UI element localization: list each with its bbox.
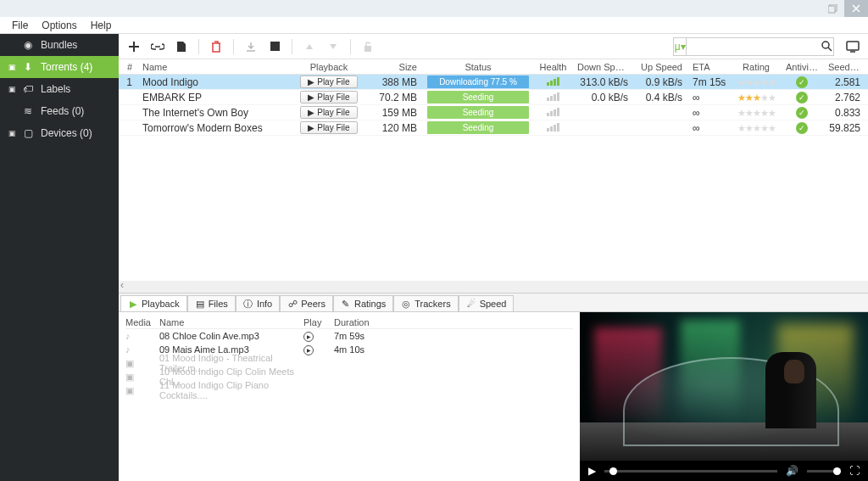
sidebar-item-labels[interactable]: ▣ 🏷 Labels: [0, 78, 119, 100]
separator: [292, 39, 292, 54]
col-num[interactable]: #: [119, 62, 137, 72]
video-icon: ▣: [125, 358, 134, 368]
info-icon: ⓘ: [243, 299, 253, 309]
search-box: μ▾: [673, 37, 834, 56]
device-icon: ▢: [22, 127, 34, 139]
tag-icon: 🏷: [22, 83, 34, 95]
fcol-dur[interactable]: Duration: [334, 317, 393, 327]
create-torrent-button[interactable]: [171, 37, 192, 56]
music-icon: ♪: [125, 331, 131, 341]
toolbar: μ▾: [119, 34, 868, 59]
col-av[interactable]: Antivirus: [781, 62, 823, 72]
list-item[interactable]: ♪08 Chloe Colin Ave.mp3▶7m 59s: [125, 329, 573, 343]
col-name[interactable]: Name: [137, 62, 295, 72]
list-item[interactable]: ▣11 Mood Indigo Clip Piano Cocktails....: [125, 383, 573, 397]
trackers-icon: ◎: [401, 299, 411, 309]
fcol-play[interactable]: Play: [303, 317, 334, 327]
separator: [198, 39, 199, 54]
file-header: Media Name Play Duration: [125, 316, 573, 329]
sidebar-item-devices[interactable]: ▣ ▢ Devices (0): [0, 122, 119, 144]
add-torrent-button[interactable]: [124, 37, 144, 56]
tab-ratings[interactable]: ✎Ratings: [333, 295, 393, 311]
files-icon: ▤: [195, 299, 205, 309]
col-eta[interactable]: ETA: [687, 62, 732, 72]
expand-icon[interactable]: ▣: [8, 85, 15, 93]
col-health[interactable]: Health: [534, 62, 572, 72]
move-down-button[interactable]: [323, 37, 343, 56]
search-input[interactable]: [687, 41, 821, 53]
unlock-button[interactable]: [358, 37, 378, 56]
detail-tabs: ▶Playback ▤Files ⓘInfo ☍Peers ✎Ratings ◎…: [119, 293, 868, 311]
svg-point-4: [822, 42, 829, 48]
fcol-name[interactable]: Name: [159, 317, 303, 327]
play-file-button[interactable]: ▶ Play File: [300, 121, 357, 134]
remove-button[interactable]: [206, 37, 226, 56]
sidebar-item-feeds[interactable]: ≋ Feeds (0): [0, 100, 119, 122]
fullscreen-button[interactable]: ⛶: [849, 465, 860, 477]
svg-rect-3: [364, 46, 371, 52]
tab-speed[interactable]: ☄Speed: [459, 295, 515, 311]
sidebar: ◉ Bundles ▣ ⬇ Torrents (4) ▣ 🏷 Labels ≋ …: [0, 34, 119, 481]
col-seeds[interactable]: Seeds/...: [823, 62, 865, 72]
window-close-icon[interactable]: [844, 0, 868, 17]
fcol-media[interactable]: Media: [125, 317, 159, 327]
start-button[interactable]: [241, 37, 261, 56]
expand-icon[interactable]: ▣: [8, 129, 15, 137]
tab-files[interactable]: ▤Files: [187, 295, 236, 311]
play-icon[interactable]: ▶: [303, 332, 314, 342]
volume-slider[interactable]: [807, 470, 841, 473]
table-header: # Name Playback Size Status Health Down …: [119, 59, 868, 75]
col-rating[interactable]: Rating: [732, 62, 781, 72]
table-row[interactable]: EMBARK EP▶ Play File70.2 MBSeeding0.0 kB…: [119, 90, 868, 105]
play-icon: ▶: [128, 299, 138, 309]
expand-icon[interactable]: ▣: [8, 63, 15, 71]
svg-rect-1: [828, 6, 835, 13]
play-file-button[interactable]: ▶ Play File: [300, 91, 357, 103]
play-icon[interactable]: ▶: [303, 345, 314, 355]
menu-options[interactable]: Options: [35, 18, 83, 33]
col-down[interactable]: Down Speed: [572, 62, 633, 72]
svg-rect-5: [847, 42, 859, 50]
video-icon: ▣: [125, 372, 134, 382]
torrent-table: # Name Playback Size Status Health Down …: [119, 59, 868, 293]
col-up[interactable]: Up Speed: [633, 62, 687, 72]
video-icon: ▣: [125, 385, 134, 395]
window-restore-icon[interactable]: [821, 0, 844, 17]
table-row[interactable]: The Internet's Own Boy▶ Play File159 MBS…: [119, 105, 868, 120]
search-engine-dropdown[interactable]: μ▾: [674, 38, 687, 55]
table-row[interactable]: Tomorrow's Modern Boxes▶ Play File120 MB…: [119, 120, 868, 136]
table-row[interactable]: 1Mood Indigo▶ Play File388 MBDownloading…: [119, 75, 868, 90]
speed-icon: ☄: [466, 299, 476, 309]
video-frame[interactable]: [580, 312, 868, 461]
file-list: Media Name Play Duration ♪08 Chloe Colin…: [119, 312, 580, 481]
rss-icon: ≋: [22, 105, 34, 117]
play-button[interactable]: ▶: [588, 465, 596, 477]
progress-bar[interactable]: [604, 470, 777, 473]
separator: [233, 39, 234, 54]
menu-help[interactable]: Help: [84, 18, 119, 33]
volume-icon[interactable]: 🔊: [786, 465, 798, 477]
sidebar-item-torrents[interactable]: ▣ ⬇ Torrents (4): [0, 56, 119, 78]
menu-file[interactable]: File: [5, 18, 35, 33]
play-file-button[interactable]: ▶ Play File: [300, 76, 357, 88]
tab-peers[interactable]: ☍Peers: [280, 295, 333, 311]
search-icon[interactable]: [821, 41, 833, 52]
sidebar-label: Bundles: [41, 39, 77, 51]
tab-trackers[interactable]: ◎Trackers: [393, 295, 458, 311]
sidebar-item-bundles[interactable]: ◉ Bundles: [0, 34, 119, 56]
col-status[interactable]: Status: [422, 62, 534, 72]
sidebar-label: Labels: [41, 83, 70, 95]
remote-button[interactable]: [843, 37, 863, 56]
globe-icon: ◉: [22, 39, 34, 51]
add-url-button[interactable]: [147, 37, 168, 56]
stop-button[interactable]: [264, 37, 285, 56]
sidebar-label: Devices (0): [41, 127, 92, 139]
col-size[interactable]: Size: [363, 62, 422, 72]
tab-playback[interactable]: ▶Playback: [120, 295, 187, 311]
svg-rect-2: [270, 42, 280, 51]
tab-info[interactable]: ⓘInfo: [236, 295, 280, 311]
play-file-button[interactable]: ▶ Play File: [300, 106, 357, 119]
move-up-button[interactable]: [299, 37, 320, 56]
horizontal-scrollbar[interactable]: [119, 281, 868, 293]
col-play[interactable]: Playback: [295, 62, 363, 72]
